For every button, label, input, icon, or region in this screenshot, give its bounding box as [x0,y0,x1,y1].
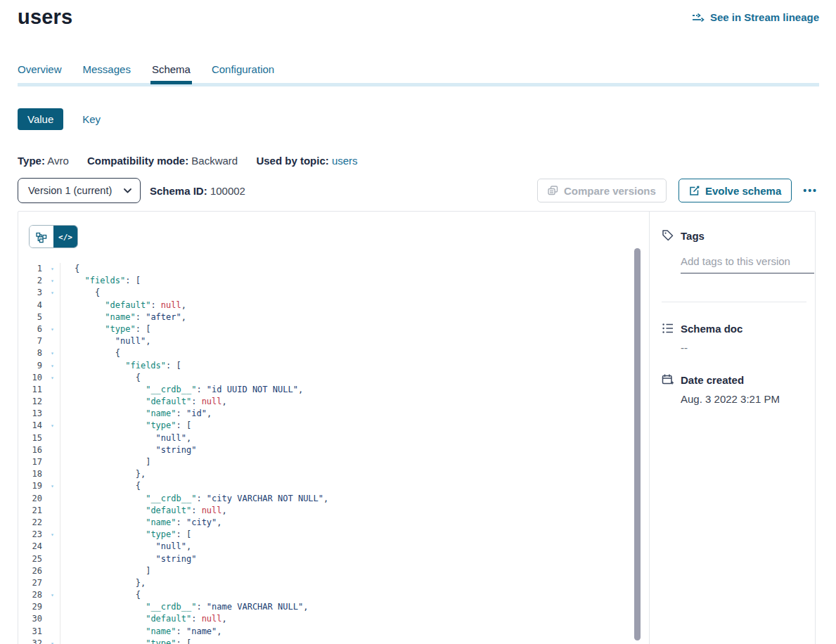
compat-label: Compatibility mode: [87,155,188,167]
line-number: 12 [18,396,45,408]
fold-toggle-icon[interactable]: ▾ [45,347,60,359]
code-line: 23▾ "type": [ [18,529,635,541]
line-number: 26 [18,565,45,577]
line-number: 4 [18,300,45,311]
line-number: 16 [18,444,45,456]
code-lines[interactable]: 1▾{2▾ "fields": [3▾ {4 "default": null,5… [18,263,635,644]
fold-spacer [45,626,60,638]
fold-spacer [45,444,60,456]
fold-spacer [45,553,60,565]
fold-spacer [45,601,60,613]
tag-icon [662,229,674,242]
code-text: { [60,287,635,299]
code-text: "__crdb__": "id UUID NOT NULL", [60,384,635,396]
fold-toggle-icon[interactable]: ▾ [45,372,60,384]
line-number: 13 [18,408,45,420]
line-number: 5 [18,311,45,323]
evolve-schema-label: Evolve schema [705,185,781,197]
compare-versions-label: Compare versions [564,185,656,197]
code-view-icon: </> [58,233,72,242]
tags-input-wrap [681,255,814,273]
version-actions: Compare versions Evolve schema ••• [537,179,819,202]
date-created-section: Date created Aug. 3 2022 3:21 PM [662,373,815,405]
fold-toggle-icon[interactable]: ▾ [45,589,60,601]
line-number: 3 [18,287,45,299]
code-line: 8▾ { [18,347,635,359]
code-text: "default": null, [60,613,635,625]
fold-toggle-icon[interactable]: ▾ [45,638,60,644]
stream-lineage-label: See in Stream lineage [710,11,819,23]
code-text: "type": [ [60,420,635,432]
code-text: "__crdb__": "city VARCHAR NOT NULL", [60,493,635,505]
panel-divider [649,212,650,644]
type-value: Avro [47,155,69,167]
fold-spacer [45,493,60,505]
code-text: }, [60,577,635,589]
value-button[interactable]: Value [18,108,63,130]
line-number: 18 [18,468,45,480]
fold-spacer [45,541,60,553]
tab-overview[interactable]: Overview [18,63,62,84]
code-line: 10▾ { [18,372,635,384]
topic-label: Used by topic: [256,155,328,167]
fold-toggle-icon[interactable]: ▾ [45,480,60,492]
code-line: 26 ] [18,565,635,577]
calendar-add-icon [662,373,674,386]
evolve-schema-button[interactable]: Evolve schema [679,179,792,202]
stream-lineage-link[interactable]: See in Stream lineage [692,11,819,23]
fold-toggle-icon[interactable]: ▾ [45,420,60,432]
editor-view-toggle: </> [29,225,78,248]
tags-input[interactable] [681,255,814,267]
fold-spacer [45,432,60,444]
code-text: "default": null, [60,505,635,517]
code-line: 3▾ { [18,287,635,299]
fold-spacer [45,505,60,517]
fold-toggle-icon[interactable]: ▾ [45,275,60,287]
line-number: 20 [18,493,45,505]
schema-id: Schema ID: 100002 [150,185,245,197]
code-view-button[interactable]: </> [53,226,77,248]
edit-icon [689,186,700,196]
code-line: 32▾ "type": [ [18,638,635,644]
fold-toggle-icon[interactable]: ▾ [45,263,60,275]
compare-icon [548,186,558,195]
code-line: 2▾ "fields": [ [18,275,635,287]
editor-scrollbar[interactable] [634,248,641,640]
line-number: 21 [18,505,45,517]
fold-spacer [45,565,60,577]
code-line: 29 "__crdb__": "name VARCHAR NULL", [18,601,635,613]
fold-toggle-icon[interactable]: ▾ [45,287,60,299]
fold-toggle-icon[interactable]: ▾ [45,529,60,541]
tab-configuration[interactable]: Configuration [212,63,274,84]
fold-toggle-icon[interactable]: ▾ [45,323,60,335]
fold-spacer [45,613,60,625]
code-line: 14▾ "type": [ [18,420,635,432]
meta-compatibility: Compatibility mode: Backward [87,155,238,167]
tab-messages[interactable]: Messages [83,63,131,84]
line-number: 8 [18,347,45,359]
code-line: 7 "null", [18,335,635,347]
tree-view-button[interactable] [30,226,53,248]
line-number: 17 [18,456,45,468]
line-number: 27 [18,577,45,589]
schema-id-value: 100002 [210,185,245,197]
version-select[interactable]: Version 1 (current) [18,178,141,203]
code-line: 22 "name": "city", [18,517,635,529]
topic-link[interactable]: users [332,155,358,167]
more-options-button[interactable]: ••• [802,182,819,199]
schema-sidebar: Tags [662,212,815,405]
tab-schema[interactable]: Schema [152,63,191,84]
schema-editor: </> 1▾{2▾ "fields": [3▾ {4 "default": nu… [18,212,649,644]
code-text: }, [60,468,635,480]
version-toolbar: Version 1 (current) Schema ID: 100002 Co… [18,178,819,203]
key-button[interactable]: Key [82,113,101,125]
tags-section-header: Tags [662,229,815,242]
code-text: "type": [ [60,529,635,541]
line-number: 6 [18,323,45,335]
meta-topic: Used by topic: users [256,155,357,167]
code-text: "__crdb__": "name VARCHAR NULL", [60,601,635,613]
code-line: 28▾ { [18,589,635,601]
fold-toggle-icon[interactable]: ▾ [45,360,60,372]
compare-versions-button[interactable]: Compare versions [537,179,667,202]
code-text: { [60,372,635,384]
